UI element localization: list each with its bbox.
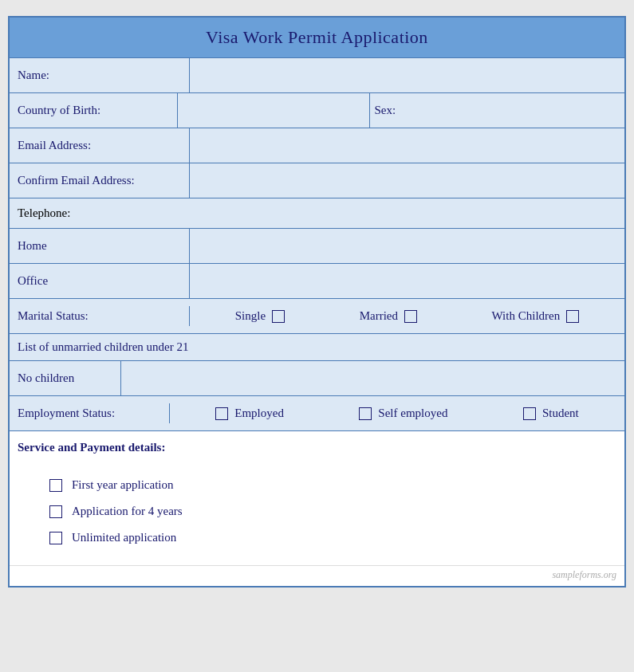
country-of-birth-input[interactable] [183,104,364,117]
confirm-email-input-cell [189,163,624,198]
office-input[interactable] [196,275,618,288]
self-employed-label: Self employed [378,407,447,420]
married-option: Married [360,309,417,323]
name-input-cell [189,58,624,92]
with-children-label: With Children [492,309,561,323]
office-label: Office [10,264,189,298]
first-year-label: First year application [72,478,173,492]
unlimited-label: Unlimited application [72,531,176,544]
four-years-checkbox[interactable] [49,505,62,518]
service-options: First year application Application for 4… [10,459,624,565]
employed-label: Employed [234,407,284,420]
home-input[interactable] [196,240,618,253]
self-employed-option: Self employed [359,407,447,420]
name-row: Name: [10,57,624,92]
unlimited-checkbox[interactable] [49,532,62,544]
employment-status-label: Employment Status: [10,400,169,426]
form-title: Visa Work Permit Application [10,18,624,57]
children-input[interactable] [126,372,620,385]
employed-option: Employed [215,407,284,420]
office-input-cell [189,264,624,298]
list-children-header: List of unmarried children under 21 [10,333,624,360]
marital-status-row: Marital Status: Single Married With Chil… [10,298,624,333]
service-payment-header: Service and Payment details: [10,430,624,459]
watermark: sampleforms.org [10,565,624,586]
marital-status-label: Marital Status: [10,303,189,329]
sex-input[interactable] [439,104,620,117]
office-row: Office [10,263,624,298]
with-children-option: With Children [492,309,580,323]
cob-row: Country of Birth: Sex: [10,92,624,128]
with-children-checkbox[interactable] [566,310,579,323]
unlimited-option: Unlimited application [49,531,616,544]
sex-input-cell [434,93,625,128]
confirm-email-row: Confirm Email Address: [10,163,624,198]
telephone-label: Telephone: [18,206,70,220]
confirm-email-label: Confirm Email Address: [10,163,189,198]
married-checkbox[interactable] [404,310,417,323]
email-input[interactable] [195,140,620,152]
married-label: Married [360,309,398,323]
country-of-birth-input-cell [177,93,370,128]
single-checkbox[interactable] [272,310,285,323]
four-years-option: Application for 4 years [49,505,616,518]
name-label: Name: [10,58,189,92]
home-row: Home [10,228,624,263]
single-option: Single [235,309,285,323]
confirm-email-input[interactable] [195,175,620,187]
home-input-cell [189,229,624,263]
employed-checkbox[interactable] [215,407,228,420]
no-children-row: No children [10,360,624,395]
country-of-birth-label: Country of Birth: [10,93,177,128]
name-input[interactable] [195,69,620,82]
employment-status-row: Employment Status: Employed Self employe… [10,395,624,430]
form-container: Visa Work Permit Application Name: Count… [8,16,626,588]
employment-options: Employed Self employed Student [169,403,624,423]
first-year-checkbox[interactable] [49,479,62,492]
four-years-label: Application for 4 years [72,505,183,518]
email-label: Email Address: [10,128,189,163]
student-label: Student [542,407,579,420]
first-year-option: First year application [49,478,616,492]
student-checkbox[interactable] [523,407,536,420]
email-input-cell [189,128,624,163]
single-label: Single [235,309,266,323]
sex-label: Sex: [370,93,434,128]
email-row: Email Address: [10,128,624,163]
service-header-text: Service and Payment details: [18,441,165,454]
marital-options: Single Married With Children [189,306,624,326]
children-input-cell [121,361,624,395]
telephone-row: Telephone: [10,198,624,228]
no-children-label: No children [10,361,121,395]
student-option: Student [523,407,579,420]
self-employed-checkbox[interactable] [359,407,372,420]
home-label: Home [10,229,189,263]
